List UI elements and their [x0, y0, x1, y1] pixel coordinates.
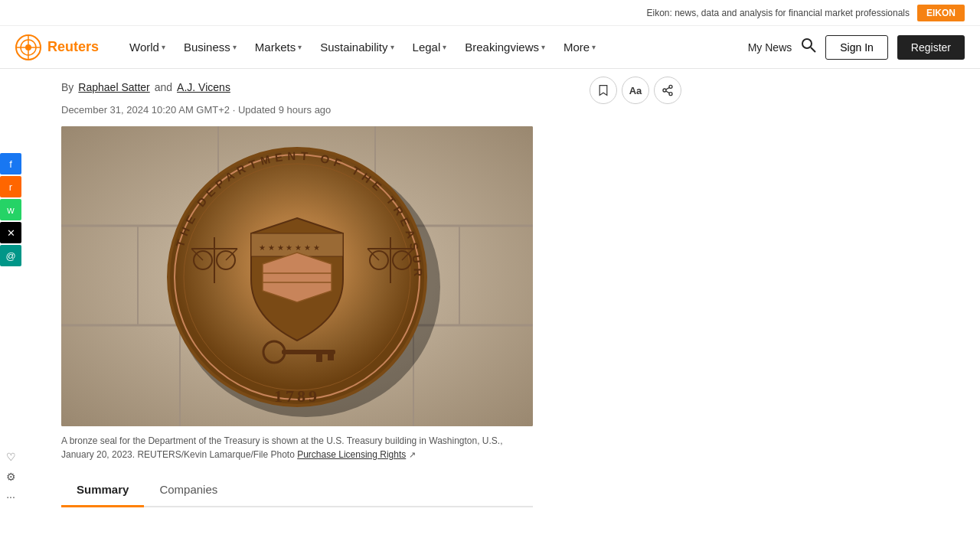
nav-world[interactable]: World ▾: [122, 34, 173, 60]
tab-summary[interactable]: Summary: [61, 474, 144, 507]
tab-companies[interactable]: Companies: [144, 474, 233, 507]
article-image: THE DEPARTMENT OF THE TREASURY ★ ★ ★ ★ ★…: [61, 126, 533, 426]
chevron-down-icon: ▾: [592, 43, 596, 51]
social-sidebar: f r w ✕ @: [0, 153, 21, 266]
bookmark-icon: [597, 84, 609, 96]
svg-point-8: [663, 89, 666, 92]
svg-line-11: [666, 87, 670, 90]
treasury-seal-image: THE DEPARTMENT OF THE TREASURY ★ ★ ★ ★ ★…: [61, 126, 533, 426]
chevron-down-icon: ▾: [162, 43, 165, 51]
my-news-link[interactable]: My News: [748, 41, 792, 54]
and-label: and: [155, 81, 172, 93]
svg-rect-47: [328, 354, 334, 360]
reuters-logo-icon: [15, 34, 41, 60]
search-button[interactable]: [801, 37, 816, 57]
article-main: By Raphael Satter and A.J. Vicens Aa: [23, 69, 712, 507]
svg-rect-46: [316, 354, 322, 362]
share-button[interactable]: [654, 77, 681, 104]
article-date: December 31, 2024 10:20 AM GMT+2 · Updat…: [61, 104, 681, 116]
nav-sustainability[interactable]: Sustainability ▾: [312, 34, 401, 60]
nav-right: My News Sign In Register: [748, 35, 965, 60]
facebook-share-icon[interactable]: f: [0, 153, 21, 174]
nav-links: World ▾ Business ▾ Markets ▾ Sustainabil…: [122, 34, 748, 60]
nav-legal[interactable]: Legal ▾: [405, 34, 455, 60]
article-meta: By Raphael Satter and A.J. Vicens: [61, 81, 230, 93]
article-actions: Aa: [590, 77, 681, 104]
svg-line-6: [811, 47, 815, 52]
search-icon: [801, 37, 816, 53]
font-size-button[interactable]: Aa: [622, 77, 649, 104]
article-byline-row: By Raphael Satter and A.J. Vicens Aa: [61, 77, 681, 104]
author2-link[interactable]: A.J. Vicens: [177, 81, 230, 93]
svg-point-7: [669, 85, 672, 88]
svg-line-10: [666, 91, 670, 93]
nav-more[interactable]: More ▾: [556, 34, 603, 60]
whatsapp-share-icon[interactable]: w: [0, 199, 21, 220]
article-tabs: Summary Companies: [61, 474, 533, 507]
svg-point-9: [669, 93, 672, 96]
register-button[interactable]: Register: [897, 35, 965, 60]
svg-rect-45: [282, 350, 335, 354]
more-icon[interactable]: ···: [2, 488, 19, 505]
author1-link[interactable]: Raphael Satter: [78, 81, 149, 93]
chevron-down-icon: ▾: [298, 43, 302, 51]
signin-button[interactable]: Sign In: [825, 35, 888, 60]
reuters-logo[interactable]: Reuters: [15, 34, 99, 60]
main-nav: Reuters World ▾ Business ▾ Markets ▾ Sus…: [0, 26, 980, 69]
nav-breakingviews[interactable]: Breakingviews ▾: [457, 34, 553, 60]
by-label: By: [61, 81, 74, 93]
promo-bar: Eikon: news, data and analysis for finan…: [0, 0, 980, 26]
reddit-share-icon[interactable]: r: [0, 176, 21, 197]
chevron-down-icon: ▾: [390, 43, 394, 51]
font-icon: Aa: [629, 85, 642, 96]
left-bottom-sidebar: ♡ ⚙ ···: [0, 448, 21, 505]
image-caption: A bronze seal for the Department of the …: [61, 434, 533, 461]
eikon-button[interactable]: EIKON: [917, 5, 965, 21]
reuters-logo-text: Reuters: [47, 39, 99, 55]
bookmark-button[interactable]: [590, 77, 617, 104]
chevron-down-icon: ▾: [443, 43, 446, 51]
share-icon: [662, 84, 674, 96]
svg-point-5: [802, 39, 812, 48]
licensing-rights-link[interactable]: Purchase Licensing Rights: [297, 449, 406, 460]
svg-text:1789: 1789: [274, 386, 320, 406]
external-link-icon: ↗: [409, 450, 416, 459]
settings-icon[interactable]: ⚙: [2, 468, 19, 485]
svg-text:★ ★ ★ ★ ★ ★ ★: ★ ★ ★ ★ ★ ★ ★: [259, 243, 320, 252]
heart-icon[interactable]: ♡: [2, 448, 19, 465]
twitter-share-icon[interactable]: ✕: [0, 222, 21, 243]
email-share-icon[interactable]: @: [0, 245, 21, 266]
promo-text: Eikon: news, data and analysis for finan…: [646, 8, 910, 18]
chevron-down-icon: ▾: [541, 43, 545, 51]
chevron-down-icon: ▾: [233, 43, 237, 51]
nav-business[interactable]: Business ▾: [176, 34, 244, 60]
nav-markets[interactable]: Markets ▾: [247, 34, 309, 60]
